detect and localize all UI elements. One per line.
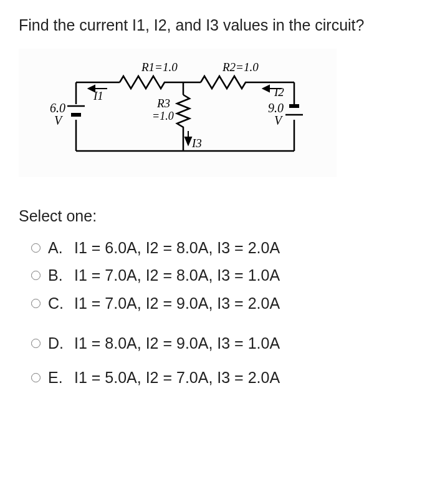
option-a[interactable]: A. I1 = 6.0A, I2 = 8.0A, I3 = 2.0A (19, 234, 426, 262)
select-one-label: Select one: (19, 207, 426, 225)
label-vleft-bot: V (54, 114, 64, 127)
label-i1: I1 (93, 89, 103, 102)
option-text: I1 = 7.0A, I2 = 9.0A, I3 = 2.0A (74, 293, 280, 314)
label-i2: I2 (274, 85, 284, 99)
label-vright-top: 9.0 (268, 101, 284, 115)
option-letter: E. (48, 367, 74, 388)
option-letter: B. (48, 265, 74, 286)
label-i3: I3 (191, 137, 202, 150)
option-c[interactable]: C. I1 = 7.0A, I2 = 9.0A, I3 = 2.0A (19, 289, 426, 317)
radio-b[interactable] (31, 271, 41, 280)
option-e[interactable]: E. I1 = 5.0A, I2 = 7.0A, I3 = 2.0A (19, 364, 426, 392)
label-vleft-top: 6.0 (50, 101, 65, 115)
radio-e[interactable] (31, 373, 41, 382)
option-text: I1 = 7.0A, I2 = 8.0A, I3 = 1.0A (74, 265, 280, 286)
question-text: Find the current I1, I2, and I3 values i… (19, 15, 426, 36)
option-letter: D. (48, 333, 74, 354)
radio-a[interactable] (31, 243, 41, 253)
label-r2: R2=1.0 (222, 61, 259, 74)
option-text: I1 = 6.0A, I2 = 8.0A, I3 = 2.0A (74, 238, 280, 258)
option-text: I1 = 5.0A, I2 = 7.0A, I3 = 2.0A (74, 367, 280, 388)
radio-c[interactable] (31, 299, 41, 308)
options-list: A. I1 = 6.0A, I2 = 8.0A, I3 = 2.0A B. I1… (19, 234, 426, 392)
svg-marker-9 (185, 137, 191, 145)
option-letter: C. (48, 293, 74, 314)
option-b[interactable]: B. I1 = 7.0A, I2 = 8.0A, I3 = 1.0A (19, 261, 426, 289)
label-r3-bot: =1.0 (152, 110, 174, 122)
svg-marker-7 (263, 85, 269, 92)
option-text: I1 = 8.0A, I2 = 9.0A, I3 = 1.0A (74, 333, 280, 354)
option-letter: A. (48, 238, 74, 258)
label-r3-top: R3 (156, 97, 170, 110)
circuit-diagram: R1=1.0 R2=1.0 R3 =1.0 6.0 V 9.0 V I1 I2 … (19, 49, 337, 177)
circuit-svg: R1=1.0 R2=1.0 R3 =1.0 6.0 V 9.0 V I1 I2 … (26, 57, 325, 163)
label-vright-bot: V (274, 114, 284, 127)
label-r1: R1=1.0 (141, 61, 178, 74)
radio-d[interactable] (31, 339, 41, 348)
option-d[interactable]: D. I1 = 8.0A, I2 = 9.0A, I3 = 1.0A (19, 329, 426, 357)
